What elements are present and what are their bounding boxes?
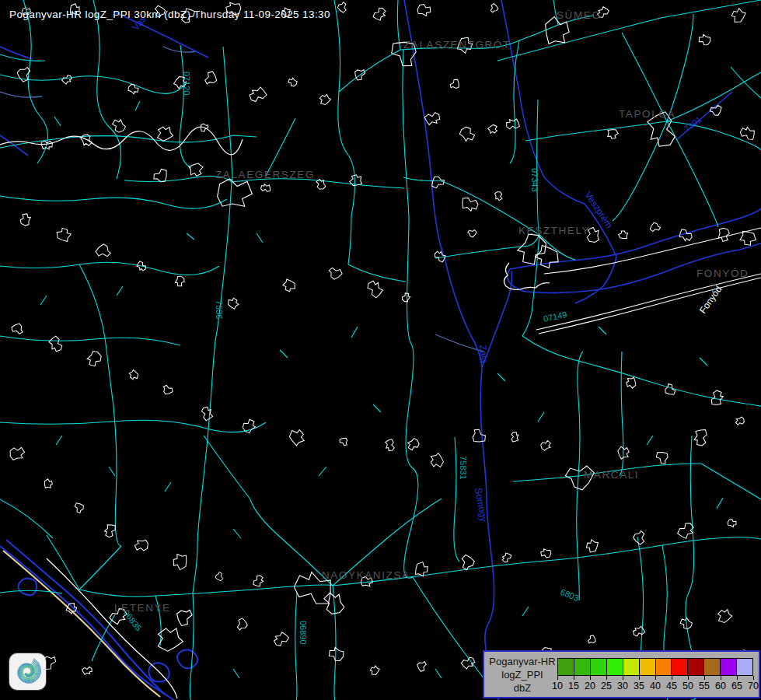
legend-color-cell — [736, 658, 753, 676]
city-label: KESZTHELY — [518, 225, 590, 236]
legend-tick-mark — [639, 676, 640, 680]
legend-tick-mark — [557, 676, 558, 680]
spiral-icon — [9, 653, 46, 690]
legend-tick-mark — [721, 676, 721, 680]
city-label: SÜMEG — [557, 9, 602, 21]
legend-parameter: logZ_PPI — [489, 668, 556, 681]
road-number-label: 06890 — [298, 621, 308, 645]
road-number-label: 07343 — [530, 168, 539, 192]
legend-color-cell — [590, 658, 607, 676]
legend-tick-label: 30 — [614, 681, 631, 691]
legend-tick-label: 50 — [679, 681, 696, 691]
city-label: NAGYKANIZSA — [322, 569, 410, 581]
legend-tick-mark — [574, 676, 574, 680]
legend-tick-mark — [688, 676, 689, 680]
radar-map-viewport: 0712007343753675831071490683568030689073… — [0, 0, 761, 700]
legend-color-cell — [574, 658, 591, 676]
city-label: ZALASZENTGRÓT — [403, 39, 511, 51]
legend-tick-label: 15 — [565, 681, 582, 691]
legend-tick-label: 35 — [630, 681, 648, 691]
legend-tick-label: 70 — [745, 681, 761, 691]
legend-color-cell — [623, 658, 640, 676]
map-background — [0, 0, 761, 700]
legend-color-cell — [639, 658, 656, 676]
legend-tick-mark — [737, 676, 738, 680]
legend-color-cell — [720, 658, 737, 676]
legend-tick-label: 65 — [728, 681, 745, 691]
legend-tick-label: 55 — [696, 681, 713, 691]
county-water-label: Zala — [477, 345, 490, 364]
legend-title: Poganyvar-HR logZ_PPI dbZ — [489, 655, 556, 695]
legend-color-cell — [655, 658, 672, 676]
reflectivity-legend: Poganyvar-HR logZ_PPI dbZ 10152025303540… — [483, 650, 760, 698]
legend-tick-mark — [672, 676, 672, 680]
legend-tick-mark — [590, 676, 591, 680]
road-number-label: 7536 — [215, 300, 224, 319]
legend-product-name: Poganyvar-HR — [489, 655, 556, 668]
legend-color-cell — [671, 658, 688, 676]
legend-color-cell — [687, 658, 704, 676]
legend-tick-mark — [655, 676, 656, 680]
city-label: FONYÓD — [696, 268, 749, 279]
road-number-label: 75831 — [459, 456, 468, 480]
legend-tick-mark — [606, 676, 607, 680]
legend-tick-label: 25 — [598, 681, 615, 691]
legend-tick-mark — [623, 676, 623, 680]
legend-tick-mark — [704, 676, 705, 680]
legend-tick-mark — [753, 676, 754, 680]
legend-color-cell — [557, 658, 574, 676]
legend-tick-label: 40 — [647, 681, 664, 691]
weather-service-logo — [9, 653, 46, 690]
road-number-label: 07120 — [182, 72, 191, 96]
city-label: TAPOLCA — [619, 108, 675, 120]
legend-tick-label: 60 — [712, 681, 729, 691]
legend-color-cell — [703, 658, 721, 676]
legend-colorbar — [557, 658, 753, 676]
map-svg: 0712007343753675831071490683568030689073… — [0, 0, 761, 700]
legend-unit: dbZ — [489, 681, 556, 695]
legend-tick-label: 10 — [549, 681, 566, 691]
legend-color-cell — [606, 658, 623, 676]
city-label: ZALAEGERSZEG — [215, 169, 315, 180]
legend-tick-label: 45 — [663, 681, 680, 691]
radar-product-title: Poganyvar-HR logZ_PPI 30km (dbZ) Thursda… — [9, 9, 330, 20]
city-label: MARCALI — [584, 469, 639, 481]
city-label: LETENYE — [114, 602, 171, 614]
legend-tick-label: 20 — [581, 681, 599, 691]
